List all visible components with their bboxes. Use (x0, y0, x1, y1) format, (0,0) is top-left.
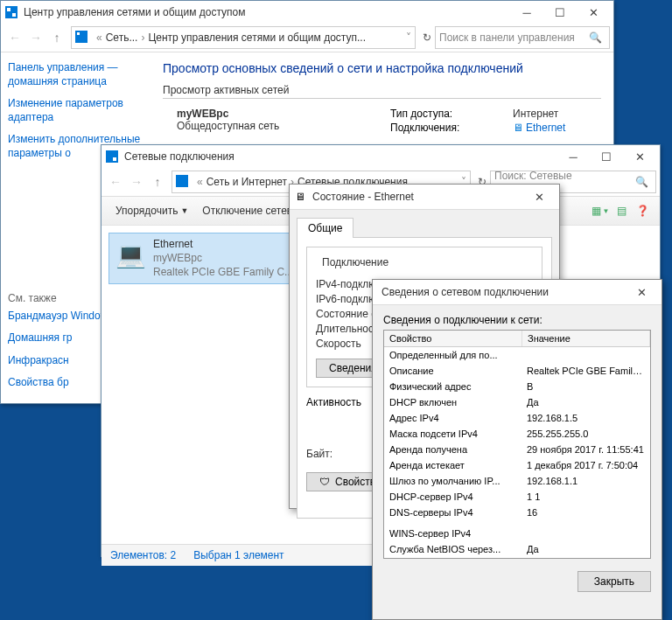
connection-group-label: Подключение (319, 256, 391, 268)
window-title: Сетевые подключения (124, 150, 556, 163)
network-icon (75, 31, 89, 45)
svg-rect-6 (113, 157, 116, 161)
table-row[interactable]: Служба NetBIOS через...Да (384, 541, 650, 557)
help-button[interactable]: ❓ (632, 200, 653, 221)
table-row[interactable]: Физический адресB (384, 379, 650, 394)
ethernet-adapter-icon: 💻 (113, 237, 148, 272)
control-panel-home-link[interactable]: Панель управления — домашняя страница (8, 61, 144, 88)
table-row[interactable]: ОписаниеRealtek PCIe GBE Family Controll… (384, 363, 650, 379)
back-button[interactable]: ← (105, 171, 126, 192)
titlebar[interactable]: Центр управления сетями и общим доступом… (1, 1, 613, 24)
address-bar[interactable]: «Сеть... ›Центр управления сетями и общи… (71, 26, 416, 49)
selected-count: Выбран 1 элемент (193, 549, 284, 561)
refresh-icon[interactable]: ↻ (423, 31, 431, 44)
close-button[interactable]: ✕ (625, 281, 658, 303)
dialog-title: Сведения о сетевом подключении (376, 286, 625, 298)
minimize-button[interactable]: ─ (510, 1, 543, 24)
list-item[interactable]: 💻 Ethernet myWEBpc Realtek PCIe GBE Fami… (108, 233, 310, 284)
table-row[interactable]: Адрес IPv4192.168.1.5 (384, 410, 650, 426)
forward-button[interactable]: → (25, 27, 46, 48)
ethernet-icon: 🖥 (293, 190, 307, 204)
table-row[interactable]: DHCP включенДа (384, 394, 650, 410)
dialog-title: Состояние - Ethernet (312, 191, 522, 203)
titlebar[interactable]: 🖥 Состояние - Ethernet ✕ (290, 185, 559, 210)
page-heading: Просмотр основных сведений о сети и наст… (163, 61, 601, 75)
svg-rect-2 (12, 13, 16, 17)
toolbar: ← → ↑ «Сеть... ›Центр управления сетями … (1, 24, 613, 52)
shield-icon: 🛡 (319, 476, 332, 488)
close-button[interactable]: ✕ (577, 1, 610, 24)
item-count: Элементов: 2 (110, 549, 176, 561)
table-row[interactable]: Аренда получена29 ноября 2017 г. 11:55:4… (384, 442, 650, 457)
view-icons-button[interactable]: ▦▼ (590, 200, 611, 221)
window-title: Центр управления сетями и общим доступом (24, 6, 510, 18)
network-icon (105, 150, 119, 164)
ethernet-icon: 🖥 (513, 122, 523, 136)
maximize-button[interactable]: ☐ (590, 145, 623, 168)
tab-general[interactable]: Общие (297, 218, 354, 238)
column-property[interactable]: Свойство (384, 331, 522, 346)
svg-rect-7 (176, 175, 188, 187)
column-value[interactable]: Значение (522, 331, 650, 346)
network-type: Общедоступная сеть (163, 120, 390, 132)
close-dialog-button[interactable]: Закрыть (578, 571, 651, 592)
table-row[interactable]: DNS-серверы IPv4 16 (384, 505, 650, 520)
svg-rect-1 (7, 8, 10, 11)
organize-menu[interactable]: Упорядочить▼ (108, 201, 195, 220)
connection-link[interactable]: Ethernet (526, 122, 565, 136)
active-networks-label: Просмотр активных сетей (163, 84, 601, 99)
titlebar[interactable]: Сведения о сетевом подключении ✕ (373, 280, 662, 305)
svg-rect-4 (77, 32, 80, 35)
up-button[interactable]: ↑ (147, 171, 168, 192)
view-details-button[interactable]: ▤ (611, 200, 632, 221)
back-button[interactable]: ← (4, 27, 25, 48)
table-row[interactable]: Шлюз по умолчанию IP...192.168.1.1 (384, 473, 650, 489)
maximize-button[interactable]: ☐ (543, 1, 577, 24)
close-button[interactable]: ✕ (623, 145, 656, 168)
network-name: myWEBpc (163, 108, 390, 120)
adapter-settings-link[interactable]: Изменение параметров адаптера (8, 97, 144, 124)
network-icon (4, 5, 18, 19)
details-listview[interactable]: Свойство Значение Определенный для по...… (383, 330, 651, 559)
forward-button[interactable]: → (126, 171, 147, 192)
search-icon: 🔍 (635, 176, 648, 188)
subtitle: Сведения о подключении к сети: (373, 305, 662, 326)
table-row[interactable]: Аренда истекает1 декабря 2017 г. 7:50:04 (384, 457, 650, 473)
search-icon: 🔍 (589, 31, 602, 44)
adapter-name: Ethernet (153, 237, 293, 251)
minimize-button[interactable]: ─ (556, 145, 590, 168)
table-row[interactable]: WINS-сервер IPv4 (384, 526, 650, 541)
table-row[interactable]: Маска подсети IPv4255.255.255.0 (384, 426, 650, 442)
table-row[interactable]: DHCP-сервер IPv41 1 (384, 489, 650, 505)
search-input[interactable]: Поиск в панели управления 🔍 (435, 26, 610, 49)
table-row[interactable]: IPv6-адресfd 75 (384, 557, 650, 559)
close-button[interactable]: ✕ (522, 185, 556, 208)
details-dialog: Сведения о сетевом подключении ✕ Сведени… (372, 279, 662, 620)
table-row[interactable]: Определенный для по... (384, 347, 650, 363)
network-icon (176, 175, 190, 189)
up-button[interactable]: ↑ (46, 27, 67, 48)
titlebar[interactable]: Сетевые подключения ─ ☐ ✕ (102, 145, 660, 168)
